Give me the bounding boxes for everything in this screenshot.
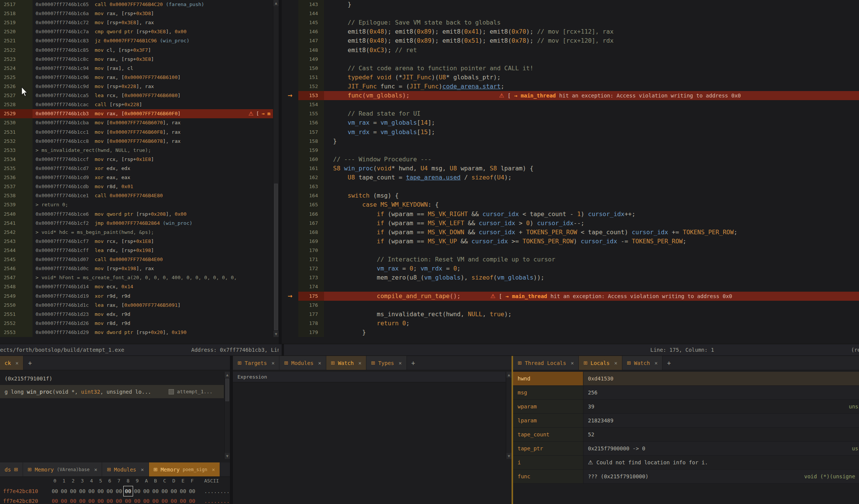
- source-row[interactable]: →175 compile_and_run_tape();⚠[→main_thre…: [282, 292, 859, 301]
- memory-byte[interactable]: 00: [188, 496, 197, 504]
- disasm-row[interactable]: 25310x00007ff7746b1cc1 mov [0x00007FF774…: [0, 128, 279, 137]
- scrollbar-thumb[interactable]: [274, 184, 278, 330]
- source-row[interactable]: →148 emit8(0xC3); // ret: [282, 46, 859, 55]
- new-tab-button[interactable]: +: [23, 356, 36, 370]
- disasm-row[interactable]: 25260x00007ff7746b1c9d mov [rsp+0x228], …: [0, 82, 279, 91]
- memory-byte[interactable]: 00: [87, 496, 96, 504]
- memory-byte[interactable]: 00: [114, 486, 123, 496]
- tab-close-icon[interactable]: ×: [318, 360, 321, 366]
- source-row[interactable]: →156 vm_rax = vm_globals[14];: [282, 118, 859, 127]
- memory-byte[interactable]: 00: [59, 486, 68, 496]
- scroll-down-arrow[interactable]: ▼: [225, 453, 230, 459]
- memory-byte[interactable]: 00: [151, 496, 160, 504]
- memory-byte[interactable]: 00: [96, 496, 105, 504]
- disasm-row[interactable]: 25370x00007ff7746b1cdb mov r8d, 0x01: [0, 182, 279, 191]
- disasm-row[interactable]: 25500x00007ff7746b1d1c lea rax, [0x00007…: [0, 301, 279, 310]
- memory-byte[interactable]: 00: [133, 496, 142, 504]
- disasm-row[interactable]: 25480x00007ff7746b1d14 mov ecx, 0x14: [0, 282, 279, 291]
- scroll-up-arrow[interactable]: ▲: [273, 0, 279, 6]
- source-row[interactable]: →163: [282, 182, 859, 191]
- source-row[interactable]: →146 emit8(0x48); emit8(0x89); emit8(0x4…: [282, 27, 859, 36]
- memory-byte[interactable]: 00: [114, 496, 123, 504]
- source-row[interactable]: →158}: [282, 137, 859, 146]
- watch-tab-targets[interactable]: ⊞Targets×: [233, 356, 279, 370]
- memory-byte[interactable]: 00: [178, 496, 188, 504]
- memory-tab-ds[interactable]: ds⊞: [0, 462, 23, 476]
- memory-byte[interactable]: 00: [151, 486, 160, 496]
- locals-tab-thread-locals[interactable]: ⊞Thread Locals×: [513, 356, 579, 370]
- new-tab-button[interactable]: +: [662, 356, 675, 370]
- source-row[interactable]: →145 // Epilogue: Save VM state back to …: [282, 18, 859, 27]
- source-row[interactable]: →171 // Interaction: Reset VM and compil…: [282, 255, 859, 264]
- memory-byte[interactable]: 00: [124, 486, 133, 496]
- disasm-row[interactable]: 25460x00007ff7746b1d0c mov [rsp+0x198], …: [0, 264, 279, 273]
- disasm-row[interactable]: 25360x00007ff7746b1cd9 xor eax, eax: [0, 173, 279, 182]
- tab-close-icon[interactable]: ×: [614, 360, 617, 366]
- memory-byte[interactable]: 00: [169, 486, 178, 496]
- memory-byte[interactable]: 00: [105, 486, 114, 496]
- memory-tab-memory[interactable]: ⊞Memory(VArena)base×: [23, 462, 102, 476]
- call-stack-scrollbar[interactable]: ▲ ▼: [224, 372, 230, 459]
- watch-tab-types[interactable]: ⊞Types×: [366, 356, 407, 370]
- disasm-row[interactable]: 25510x00007ff7746b1d23 mov edx, r9d: [0, 310, 279, 319]
- source-row[interactable]: →153 func(vm_globals);⚠[→main_threadhit …: [282, 91, 859, 100]
- disasm-row[interactable]: 25250x00007ff7746b1c96 mov rax, [0x00007…: [0, 73, 279, 82]
- memory-byte[interactable]: 00: [133, 486, 142, 496]
- scroll-down-arrow[interactable]: ▼: [506, 453, 512, 459]
- source-row[interactable]: →166 if (wparam == MS_VK_RIGHT && cursor…: [282, 210, 859, 219]
- memory-byte[interactable]: 00: [68, 486, 78, 496]
- memory-tab-memory[interactable]: ⊞Memorypoem_sign×: [149, 462, 220, 476]
- disasm-row[interactable]: 25520x00007ff7746b1d26 mov r8d, r9d: [0, 319, 279, 328]
- disasm-row[interactable]: 25240x00007ff7746b1c94 mov [rax], cl: [0, 64, 279, 73]
- new-tab-button[interactable]: +: [407, 356, 420, 370]
- watch-scrollbar[interactable]: ▲ ▼: [506, 372, 512, 459]
- source-row[interactable]: →157 vm_rdx = vm_globals[15];: [282, 128, 859, 137]
- memory-byte[interactable]: 00: [160, 496, 169, 504]
- source-row[interactable]: →176: [282, 301, 859, 310]
- scroll-up-arrow[interactable]: ▲: [506, 372, 512, 378]
- memory-byte[interactable]: 00: [124, 496, 133, 504]
- disasm-row[interactable]: 25530x00007ff7746b1d29 mov dword ptr [rs…: [0, 328, 279, 337]
- source-row[interactable]: →167 if (wparam == MS_VK_LEFT && cursor_…: [282, 219, 859, 228]
- disasm-row[interactable]: 25490x00007ff7746b1d19 xor r9d, r9d: [0, 292, 279, 301]
- scrollbar-thumb[interactable]: [225, 379, 229, 401]
- source-row[interactable]: →154: [282, 100, 859, 109]
- locals-tab-watch[interactable]: ⊞Watch×: [622, 356, 663, 370]
- locals-row[interactable]: i⚠Could not find location info for i.: [513, 456, 859, 470]
- disasm-row[interactable]: 2547> void* hFont = ms_create_font_a(20,…: [0, 273, 279, 282]
- memory-byte[interactable]: 00: [59, 496, 68, 504]
- watch-tab-modules[interactable]: ⊞Modules×: [279, 356, 326, 370]
- tab-close-icon[interactable]: ×: [654, 360, 657, 366]
- locals-row[interactable]: tape_count52: [513, 428, 859, 442]
- disasm-row[interactable]: 25320x00007ff7746b1cc8 mov [0x00007FF774…: [0, 137, 279, 146]
- locals-row[interactable]: func??? (0x215f7910000)void (*)(unsigne: [513, 470, 859, 484]
- scroll-up-arrow[interactable]: ▲: [225, 372, 230, 378]
- disasm-row[interactable]: 25270x00007ff7746b1ca5 lea rcx, [0x00007…: [0, 91, 279, 100]
- memory-byte[interactable]: 00: [68, 496, 78, 504]
- source-row[interactable]: →144: [282, 9, 859, 18]
- memory-byte[interactable]: 00: [178, 486, 188, 496]
- disasm-row[interactable]: 25280x00007ff7746b1cac call [rsp+0x228]: [0, 100, 279, 109]
- tab-close-icon[interactable]: ×: [398, 360, 402, 366]
- source-row[interactable]: →168 if (wparam == MS_VK_DOWN && cursor_…: [282, 228, 859, 237]
- disasm-row[interactable]: 25400x00007ff7746b1ce6 mov qword ptr [rs…: [0, 210, 279, 219]
- source-row[interactable]: →149: [282, 55, 859, 64]
- disasm-row[interactable]: 2533> ms_invalidate_rect(hwnd, NULL, tru…: [0, 146, 279, 155]
- locals-row[interactable]: msg256: [513, 386, 859, 400]
- disassembly-scrollbar[interactable]: ▲ ▼: [273, 0, 279, 337]
- locals-row[interactable]: hwnd0xd41530: [513, 372, 859, 386]
- source-row[interactable]: →147 emit8(0x48); emit8(0x89); emit8(0x5…: [282, 36, 859, 45]
- stack-frame-row[interactable]: (0x215f791001f): [0, 372, 224, 385]
- source-row[interactable]: →150 // Cast code arena to function poin…: [282, 64, 859, 73]
- source-row[interactable]: →177 ms_invalidate_rect(hwnd, NULL, true…: [282, 310, 859, 319]
- memory-byte[interactable]: 00: [169, 496, 178, 504]
- source-row[interactable]: →162 U8 tape_count = tape_arena.used / s…: [282, 173, 859, 182]
- tab-close-icon[interactable]: ×: [94, 467, 97, 473]
- disasm-row[interactable]: 25410x00007ff7746b1cf2 jmp 0x00007FF7746…: [0, 219, 279, 228]
- source-row[interactable]: →159: [282, 146, 859, 155]
- tab-close-icon[interactable]: ×: [271, 360, 274, 366]
- source-row[interactable]: →161S8 win_proc(void* hwnd, U4 msg, U8 w…: [282, 164, 859, 173]
- disasm-row[interactable]: 25450x00007ff7746b1d07 call 0x00007FF774…: [0, 255, 279, 264]
- disasm-row[interactable]: 25210x00007ff7746b1c83 jz 0x00007FF7746B…: [0, 36, 279, 45]
- memory-byte[interactable]: 00: [78, 496, 87, 504]
